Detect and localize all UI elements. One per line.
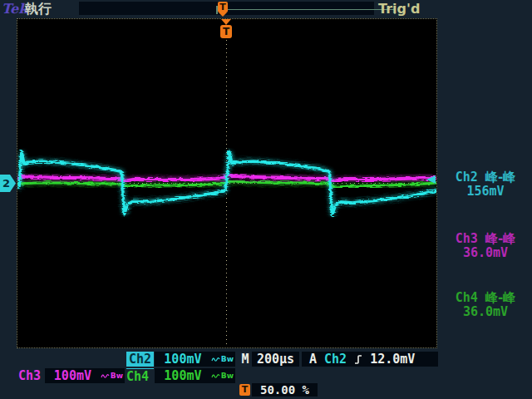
bandwidth-limit-icon: Bw	[111, 372, 123, 380]
ch4-channel-label: Ch4	[126, 368, 154, 384]
meas-source: Ch3	[456, 231, 478, 246]
trigger-source: Ch2	[324, 352, 347, 367]
top-status-bar: Tek 執行 T Trig'd	[0, 0, 532, 17]
ch3-scale-value: 100mV	[45, 368, 101, 383]
trigger-position-icon: T	[218, 2, 228, 12]
ch2-scale-readout: 100mV Bw	[155, 352, 235, 367]
ch2-ground-marker: 2	[0, 175, 16, 192]
ch4-scale-value: 100mV	[155, 368, 211, 383]
meas-source: Ch4	[456, 290, 478, 305]
acquisition-status: 執行	[25, 1, 52, 18]
tek-logo: Tek	[2, 1, 27, 17]
measurement-ch2-pkpk: Ch2 峰-峰 156mV	[441, 170, 530, 199]
meas-name: 峰-峰	[485, 170, 515, 185]
record-view-line	[218, 9, 394, 10]
ch3-channel-label: Ch3	[18, 368, 45, 383]
trigger-horizontal-position-arrow-icon	[221, 19, 231, 25]
trigger-level-arrow-icon	[426, 175, 436, 184]
measurement-ch4-pkpk: Ch4 峰-峰 36.0mV	[441, 291, 530, 319]
ch2-scale-value: 100mV	[155, 352, 211, 367]
timebase-label: M	[239, 352, 252, 367]
meas-name: 峰-峰	[485, 231, 515, 246]
bandwidth-limit-icon: Bw	[221, 355, 234, 363]
trigger-status: Trig'd	[378, 1, 420, 17]
record-view-window-bracket	[216, 6, 396, 14]
meas-value: 36.0mV	[441, 246, 530, 260]
ac-coupling-icon	[101, 372, 110, 380]
trigger-readout: A Ch2 12.0mV	[302, 352, 438, 367]
rising-edge-slope-icon	[354, 354, 362, 365]
trigger-position-arrow-icon	[219, 12, 227, 17]
trigger-level: 12.0mV	[370, 352, 415, 367]
ac-coupling-icon	[211, 356, 220, 363]
waveform-traces	[17, 19, 436, 347]
timebase-readout: 200µs	[252, 352, 299, 367]
bandwidth-limit-icon: Bw	[221, 372, 234, 380]
meas-name: 峰-峰	[485, 290, 515, 305]
ch4-scale-readout: 100mV Bw	[155, 368, 235, 383]
trigger-position-icon: T	[239, 384, 250, 396]
trigger-position-readout: 50.00 %	[252, 383, 318, 397]
waveform-display	[17, 18, 437, 348]
measurement-ch3-pkpk: Ch3 峰-峰 36.0mV	[441, 232, 530, 260]
trigger-horizontal-position-icon: T	[220, 25, 232, 38]
trigger-mode: A	[309, 352, 317, 367]
ch3-scale-readout: 100mV Bw	[45, 368, 125, 383]
meas-source: Ch2	[456, 170, 478, 185]
ch2-channel-badge: Ch2	[126, 352, 154, 367]
meas-value: 36.0mV	[441, 305, 530, 319]
ac-coupling-icon	[211, 372, 220, 380]
meas-value: 156mV	[441, 185, 530, 199]
